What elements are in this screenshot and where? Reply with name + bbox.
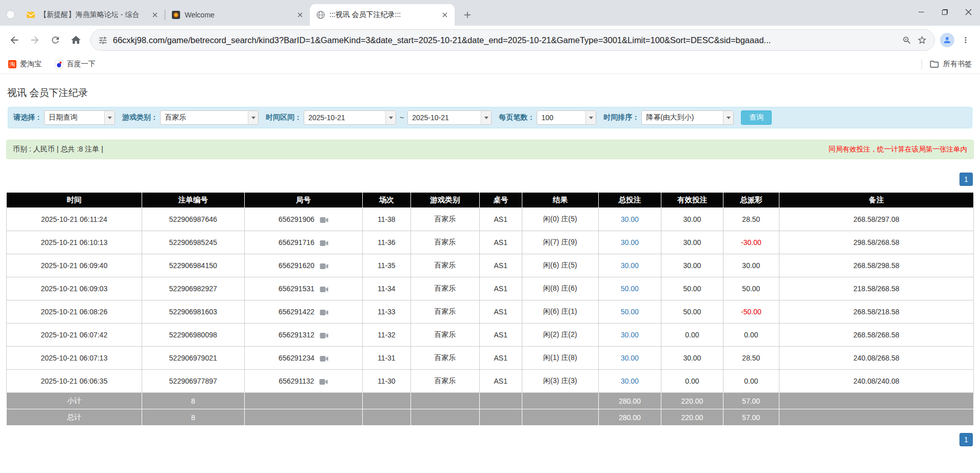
result-cell: 闲(2) 庄(2) [522, 324, 598, 347]
tab-close-icon[interactable] [296, 10, 305, 20]
chevron-down-icon[interactable] [385, 111, 396, 124]
table-body: 2025-10-21 06:11:24 522906987646 6562919… [7, 208, 974, 393]
bookmark-label: 爱淘宝 [20, 60, 42, 69]
page-title: 视讯 会员下注纪录 [7, 86, 980, 100]
filter-date-end-dropdown[interactable]: 2025-10-21 [407, 110, 492, 125]
bet-id-cell: 522906985245 [142, 231, 244, 254]
video-icon[interactable] [320, 263, 328, 270]
tab-strip: 【新提醒】海燕策略论坛 - 综合 Welcome :::视讯 会员下注纪录::: [0, 0, 980, 26]
video-icon[interactable] [320, 240, 328, 247]
bet-id-cell: 522906982927 [142, 277, 244, 300]
filter-date-end-value: 2025-10-21 [408, 111, 481, 124]
bookmark-star-icon[interactable] [917, 35, 927, 45]
close-button[interactable] [956, 0, 980, 24]
session-cell: 11-38 [362, 208, 410, 231]
back-button[interactable] [5, 31, 24, 49]
filter-select-dropdown[interactable]: 日期查询 [44, 110, 115, 125]
baidu-icon [55, 60, 63, 68]
session-cell: 11-30 [362, 370, 410, 393]
chevron-down-icon[interactable] [104, 111, 114, 124]
url-text[interactable]: 66cxkj98.com/game/betrecord_search/kind3… [113, 35, 897, 45]
browser-tab-welcome[interactable]: Welcome [165, 4, 310, 26]
search-button[interactable]: 查询 [741, 110, 772, 125]
game-type-cell: 百家乐 [410, 347, 479, 370]
tab-close-icon[interactable] [440, 10, 449, 20]
subtotal-payout: 57.00 [723, 393, 779, 409]
home-button[interactable] [67, 31, 85, 49]
table-row: 2025-10-21 06:08:26 522906981603 6562914… [7, 300, 974, 324]
browser-tab-betrecord[interactable]: :::视讯 会员下注纪录::: [310, 4, 455, 26]
table-row: 2025-10-21 06:10:13 522906985245 6562917… [7, 231, 974, 254]
total-bet-cell: 30.00 [598, 324, 661, 347]
page-button-1[interactable]: 1 [959, 173, 973, 186]
tab-close-icon[interactable] [150, 10, 160, 20]
chevron-down-icon[interactable] [585, 111, 596, 124]
filter-bar: 请选择： 日期查询 游戏类别： 百家乐 时间区间： 2025-10-21 [8, 107, 972, 128]
address-bar[interactable]: 66cxkj98.com/game/betrecord_search/kind3… [90, 29, 935, 51]
tab-strip-icon[interactable] [6, 10, 15, 19]
browser-tab-forum[interactable]: 【新提醒】海燕策略论坛 - 综合 [20, 4, 165, 26]
minimize-button[interactable] [909, 0, 933, 24]
maximize-button[interactable] [933, 0, 956, 24]
filter-date-start-dropdown[interactable]: 2025-10-21 [304, 110, 396, 125]
new-tab-button[interactable] [460, 7, 475, 23]
payout-cell: 28.50 [723, 208, 779, 231]
table-row: 2025-10-21 06:11:24 522906987646 6562919… [7, 208, 974, 231]
total-bet-link[interactable]: 50.00 [621, 308, 639, 316]
zoom-icon[interactable] [902, 35, 912, 45]
tune-icon[interactable] [98, 35, 108, 45]
video-icon[interactable] [320, 355, 328, 362]
chevron-down-icon[interactable] [723, 111, 733, 124]
session-cell: 11-33 [362, 300, 410, 324]
total-bet-link[interactable]: 30.00 [621, 238, 639, 247]
filter-per-page-dropdown[interactable]: 100 [537, 110, 596, 125]
forum-favicon-icon [26, 10, 35, 20]
table-no-cell: AS1 [479, 300, 522, 324]
total-bet-link[interactable]: 30.00 [621, 331, 639, 339]
filter-game-dropdown[interactable]: 百家乐 [160, 110, 259, 125]
page-button-1[interactable]: 1 [959, 433, 973, 446]
bet-id-cell: 522906980098 [142, 324, 244, 347]
bet-id-cell: 522906979021 [142, 347, 244, 370]
browser-toolbar: 66cxkj98.com/game/betrecord_search/kind3… [0, 26, 980, 54]
total-bet-link[interactable]: 30.00 [621, 377, 639, 385]
round-cell: 656291312 [244, 324, 362, 347]
video-icon[interactable] [320, 217, 328, 223]
total-bet-link[interactable]: 50.00 [621, 285, 639, 293]
round-number: 656291422 [279, 308, 315, 316]
refresh-button[interactable] [46, 31, 65, 49]
round-cell: 656291716 [244, 231, 362, 254]
tab-title: 【新提醒】海燕策略论坛 - 综合 [40, 10, 146, 20]
valid-bet-cell: 0.00 [661, 370, 723, 393]
total-bet-link[interactable]: 30.00 [621, 261, 639, 270]
profile-icon[interactable] [940, 33, 954, 47]
filter-sort-label: 时间排序： [603, 113, 639, 122]
all-bookmarks-button[interactable]: 所有书签 [929, 59, 972, 69]
video-icon[interactable] [320, 332, 328, 339]
restore-icon [942, 9, 948, 15]
subtotal-label: 小计 [7, 393, 142, 409]
result-cell: 闲(3) 庄(3) [522, 370, 598, 393]
table-no-cell: AS1 [479, 370, 522, 393]
filter-select-value: 日期查询 [45, 111, 104, 124]
video-icon[interactable] [320, 286, 328, 293]
total-bet-link[interactable]: 30.00 [621, 215, 639, 223]
header-time: 时间 [7, 193, 142, 208]
forward-button[interactable] [26, 31, 44, 49]
chevron-down-icon[interactable] [481, 111, 491, 124]
bookmark-aitaobao[interactable]: 淘 爱淘宝 [8, 60, 42, 69]
bookmark-baidu[interactable]: 百度一下 [55, 60, 95, 69]
bet-id-cell: 522906977897 [142, 370, 244, 393]
game-type-cell: 百家乐 [410, 324, 479, 347]
video-icon[interactable] [320, 309, 328, 316]
total-bet-cell: 30.00 [598, 231, 661, 254]
subtotal-total-bet: 280.00 [598, 393, 661, 409]
total-bet-link[interactable]: 30.00 [621, 354, 639, 362]
header-total-bet: 总投注 [598, 193, 661, 208]
total-bet-cell: 30.00 [598, 370, 661, 393]
menu-kebab-icon[interactable] [956, 31, 975, 49]
filter-sort-dropdown[interactable]: 降幂(由大到小) [641, 110, 734, 125]
video-icon[interactable] [319, 379, 328, 385]
chevron-down-icon[interactable] [248, 111, 258, 124]
round-number: 656291531 [279, 285, 315, 293]
